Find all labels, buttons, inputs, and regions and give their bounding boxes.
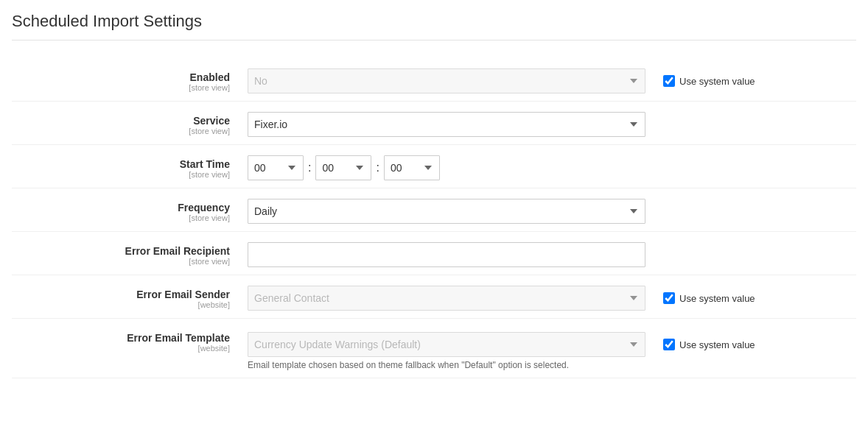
error-email-template-row: Error Email Template [website] Currency … (12, 319, 856, 378)
error-email-recipient-scope: [store view] (12, 257, 230, 266)
start-time-scope: [store view] (12, 170, 230, 179)
frequency-label-cell: Frequency [store view] (12, 196, 248, 222)
start-time-label: Start Time (12, 158, 230, 170)
frequency-label: Frequency (12, 202, 230, 213)
error-email-recipient-label: Error Email Recipient (12, 245, 230, 257)
enabled-scope: [store view] (12, 83, 230, 92)
error-email-template-label-cell: Error Email Template [website] (12, 326, 248, 353)
error-email-sender-row: Error Email Sender [website] General Con… (12, 275, 856, 319)
page-title: Scheduled Import Settings (12, 12, 856, 40)
error-email-sender-scope: [website] (12, 300, 230, 309)
error-email-sender-field-cell: General Contact Use system value (248, 283, 856, 311)
error-email-template-col: Currency Update Warnings (Default) Use s… (248, 332, 856, 370)
service-scope: [store view] (12, 127, 230, 135)
error-email-template-use-system-checkbox[interactable] (663, 339, 675, 350)
error-email-sender-use-system-label[interactable]: Use system value (679, 293, 755, 304)
error-email-sender-use-system-checkbox[interactable] (663, 292, 675, 304)
service-field-cell: Fixer.io (248, 109, 856, 137)
error-email-sender-use-system: Use system value (663, 292, 755, 304)
time-separator-2: : (374, 161, 380, 174)
start-time-hour-select[interactable]: 00010203 04050607 08091011 12131415 1617… (248, 155, 304, 180)
error-email-template-note: Email template chosen based on theme fal… (248, 360, 856, 370)
frequency-select[interactable]: Daily Weekly Monthly (248, 199, 645, 224)
start-time-minute-select[interactable]: 00051015 20253035 40455055 (315, 155, 371, 180)
error-email-template-use-system: Use system value (663, 339, 755, 350)
enabled-row: Enabled [store view] No Use system value (12, 58, 856, 102)
frequency-field-cell: Daily Weekly Monthly (248, 196, 856, 224)
enabled-use-system-checkbox[interactable] (663, 75, 675, 87)
service-label-cell: Service [store view] (12, 109, 248, 135)
error-email-sender-label-cell: Error Email Sender [website] (12, 283, 248, 309)
service-row: Service [store view] Fixer.io (12, 102, 856, 145)
start-time-second-select[interactable]: 00051015 20253035 40455055 (384, 155, 440, 180)
error-email-template-field-cell: Currency Update Warnings (Default) Use s… (248, 326, 856, 370)
enabled-select[interactable]: No (248, 68, 645, 93)
enabled-field-cell: No Use system value (248, 66, 856, 93)
time-separator-1: : (307, 161, 312, 174)
service-label: Service (12, 115, 230, 127)
start-time-field-cell: 00010203 04050607 08091011 12131415 1617… (248, 152, 856, 180)
error-email-recipient-label-cell: Error Email Recipient [store view] (12, 239, 248, 266)
error-email-template-use-system-label[interactable]: Use system value (679, 339, 755, 350)
error-email-sender-label: Error Email Sender (12, 289, 230, 300)
start-time-row: Start Time [store view] 00010203 0405060… (12, 145, 856, 188)
enabled-label-cell: Enabled [store view] (12, 66, 248, 92)
error-email-sender-select[interactable]: General Contact (248, 286, 645, 311)
error-email-template-scope: [website] (12, 344, 230, 353)
frequency-scope: [store view] (12, 213, 230, 222)
frequency-row: Frequency [store view] Daily Weekly Mont… (12, 188, 856, 232)
error-email-recipient-row: Error Email Recipient [store view] (12, 232, 856, 275)
error-email-template-select[interactable]: Currency Update Warnings (Default) (248, 332, 645, 357)
enabled-use-system-label[interactable]: Use system value (679, 76, 755, 87)
service-select[interactable]: Fixer.io (248, 112, 645, 137)
error-email-recipient-field-cell (248, 239, 856, 267)
enabled-use-system: Use system value (663, 75, 755, 87)
error-email-recipient-input[interactable] (248, 242, 645, 267)
enabled-label: Enabled (12, 71, 230, 83)
error-email-template-label: Error Email Template (12, 332, 230, 344)
start-time-label-cell: Start Time [store view] (12, 152, 248, 179)
time-group: 00010203 04050607 08091011 12131415 1617… (248, 155, 440, 180)
